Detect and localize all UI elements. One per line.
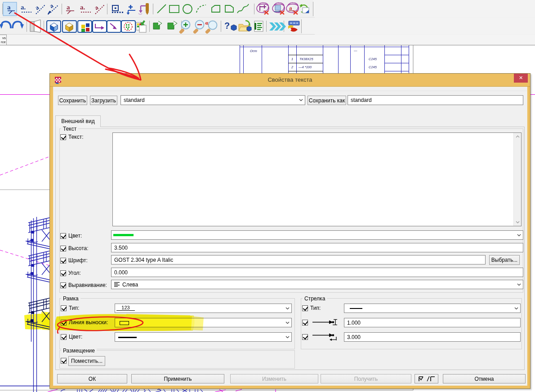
- svg-text:2: 2: [291, 65, 294, 69]
- svg-text:?: ?: [224, 21, 230, 31]
- svg-text:a: a: [289, 4, 292, 11]
- svg-text:С245: С245: [369, 57, 377, 61]
- svg-text:a.: a.: [21, 4, 26, 11]
- svg-text:1: 1: [291, 57, 293, 61]
- svg-text:a: a: [67, 4, 70, 11]
- svg-text:ТК38Х25: ТК38Х25: [299, 57, 314, 61]
- svg-text:«: «: [205, 19, 209, 26]
- svg-text:a: a: [48, 2, 55, 9]
- svg-text:С245: С245: [369, 65, 377, 69]
- svg-text:Ост: Ост: [250, 49, 257, 53]
- svg-text:—: —: [353, 48, 357, 53]
- svg-text:—4 *100: —4 *100: [298, 65, 312, 69]
- svg-text:a: a: [7, 4, 11, 11]
- svg-text:a.: a.: [80, 4, 85, 11]
